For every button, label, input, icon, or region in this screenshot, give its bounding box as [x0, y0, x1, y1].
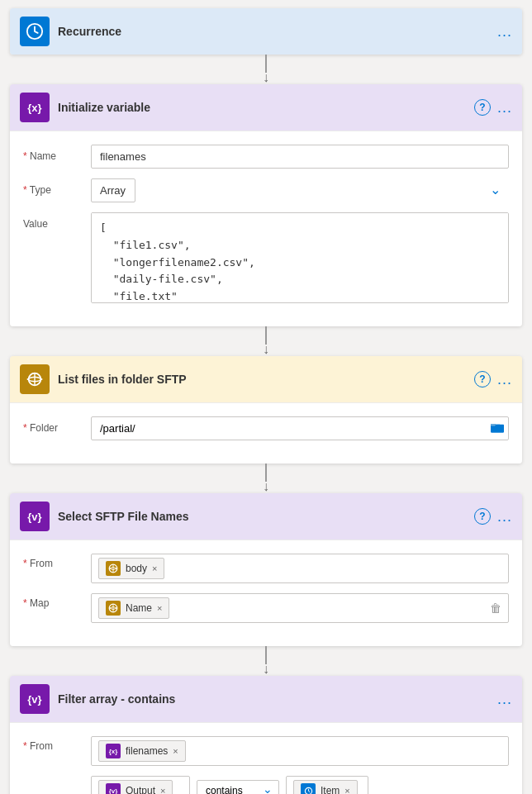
filter-array-title: Filter array - contains — [58, 692, 489, 706]
list-files-actions: ? ... — [474, 371, 512, 388]
filter-from-chip-container[interactable]: {x} filenames × — [91, 736, 509, 766]
filter-item-chip-container[interactable]: Item × — [286, 776, 368, 794]
list-files-title: List files in folder SFTP — [58, 373, 466, 386]
name-label: Name — [23, 145, 81, 162]
map-chip-icon — [106, 601, 121, 616]
type-field-row: Type Array — [23, 178, 509, 202]
select-sftp-icon: {v} — [20, 502, 50, 531]
folder-field-row: Folder — [23, 416, 509, 440]
from-field-row: From body × — [23, 554, 509, 583]
filter-from-chip-text: filenames — [126, 745, 168, 757]
filter-condition-container: {v} Output × contains — [91, 776, 509, 794]
initialize-variable-card: {x} Initialize variable ? ... Name Type … — [10, 84, 522, 326]
map-chip-container[interactable]: Name × 🗑 — [91, 593, 509, 623]
value-textarea[interactable]: [ "file1.csv", "longerfilename2.csv", "d… — [91, 212, 509, 303]
from-label: From — [23, 554, 81, 569]
contains-select[interactable]: contains — [197, 780, 279, 794]
filter-item-chip: Item × — [293, 780, 358, 794]
svg-rect-6 — [491, 426, 504, 433]
map-chip-text: Name — [126, 602, 152, 614]
select-sftp-header: {v} Select SFTP File Names ? ... — [10, 493, 522, 540]
filter-array-icon: {v} — [20, 684, 50, 714]
type-select-wrapper: Array — [91, 178, 509, 202]
connector-1: ↓ — [263, 55, 269, 84]
select-sftp-help-button[interactable]: ? — [474, 508, 491, 525]
recurrence-card: Recurrence ... — [10, 8, 522, 55]
filter-item-chip-text: Item — [321, 785, 340, 794]
from-chip-text: body — [126, 563, 147, 574]
map-delete-button[interactable]: 🗑 — [490, 601, 501, 615]
connector-3: ↓ — [263, 464, 269, 493]
list-files-body: Folder — [10, 402, 522, 464]
filter-output-chip-icon: {v} — [106, 783, 121, 794]
select-sftp-actions: ? ... — [474, 508, 512, 525]
filter-item-chip-icon — [301, 783, 316, 794]
arrow-4: ↓ — [263, 663, 269, 676]
name-field-row: Name — [23, 145, 509, 169]
select-sftp-title: Select SFTP File Names — [58, 510, 466, 523]
arrow-1: ↓ — [263, 71, 269, 84]
initialize-variable-title: Initialize variable — [58, 101, 466, 114]
filter-array-card: {v} Filter array - contains ... From {x}… — [10, 676, 522, 794]
initialize-variable-more-button[interactable]: ... — [497, 99, 512, 116]
recurrence-actions: ... — [497, 23, 512, 40]
list-files-header: List files in folder SFTP ? ... — [10, 356, 522, 402]
from-chip-container[interactable]: body × — [91, 554, 509, 583]
folder-input-wrapper — [91, 416, 509, 440]
filter-array-body: From {x} filenames × — [10, 722, 522, 794]
map-field-row: Map Name — [23, 593, 509, 623]
type-select[interactable]: Array — [91, 178, 135, 202]
filter-array-more-button[interactable]: ... — [497, 691, 512, 708]
map-chip-remove-button[interactable]: × — [157, 603, 162, 613]
filter-output-chip: {v} Output × — [98, 780, 173, 794]
value-field-row: Value [ "file1.csv", "longerfilename2.cs… — [23, 212, 509, 303]
folder-browse-button[interactable] — [491, 421, 504, 435]
folder-label: Folder — [23, 416, 81, 434]
recurrence-title: Recurrence — [58, 25, 489, 38]
from-body-chip: body × — [98, 558, 164, 579]
from-chip-icon — [106, 561, 121, 576]
select-sftp-body: From body × — [10, 540, 522, 646]
filter-from-field-row: From {x} filenames × — [23, 736, 509, 766]
filter-output-chip-container[interactable]: {v} Output × — [91, 776, 190, 794]
filter-from-chip-remove-button[interactable]: × — [173, 746, 178, 756]
recurrence-more-button[interactable]: ... — [497, 23, 512, 40]
list-files-icon — [20, 364, 50, 394]
type-label: Type — [23, 178, 81, 196]
contains-select-wrapper: contains — [197, 780, 279, 794]
select-sftp-card: {v} Select SFTP File Names ? ... From — [10, 493, 522, 646]
filter-condition-row: {v} Output × contains — [23, 776, 509, 794]
list-files-more-button[interactable]: ... — [497, 371, 512, 388]
folder-input[interactable] — [91, 416, 509, 440]
recurrence-icon — [20, 17, 50, 46]
filter-from-label: From — [23, 736, 81, 752]
filter-output-chip-text: Output — [126, 785, 155, 794]
filter-item-chip-remove-button[interactable]: × — [344, 786, 349, 794]
filter-filenames-chip: {x} filenames × — [98, 740, 186, 762]
name-input[interactable] — [91, 145, 509, 169]
select-sftp-more-button[interactable]: ... — [497, 508, 512, 525]
initialize-variable-body: Name Type Array Value [ "file1.csv", "lo… — [10, 131, 522, 326]
arrow-2: ↓ — [263, 343, 269, 356]
filter-output-chip-remove-button[interactable]: × — [160, 786, 165, 794]
filter-from-chip-icon: {x} — [106, 744, 121, 758]
initialize-variable-header: {x} Initialize variable ? ... — [10, 84, 522, 131]
list-files-help-button[interactable]: ? — [474, 371, 491, 387]
connector-2: ↓ — [263, 326, 269, 356]
value-label: Value — [23, 212, 81, 230]
initialize-variable-icon: {x} — [20, 93, 50, 122]
initialize-variable-actions: ? ... — [474, 99, 512, 116]
filter-array-actions: ... — [497, 691, 512, 708]
map-name-chip: Name × — [98, 597, 169, 619]
connector-4: ↓ — [263, 646, 269, 676]
arrow-3: ↓ — [263, 480, 269, 493]
list-files-card: List files in folder SFTP ? ... Folder — [10, 356, 522, 464]
recurrence-header: Recurrence ... — [10, 8, 522, 55]
filter-array-header: {v} Filter array - contains ... — [10, 676, 522, 722]
initialize-variable-help-button[interactable]: ? — [474, 99, 491, 116]
svg-rect-7 — [491, 424, 496, 426]
from-chip-remove-button[interactable]: × — [152, 563, 157, 573]
map-label: Map — [23, 593, 81, 609]
